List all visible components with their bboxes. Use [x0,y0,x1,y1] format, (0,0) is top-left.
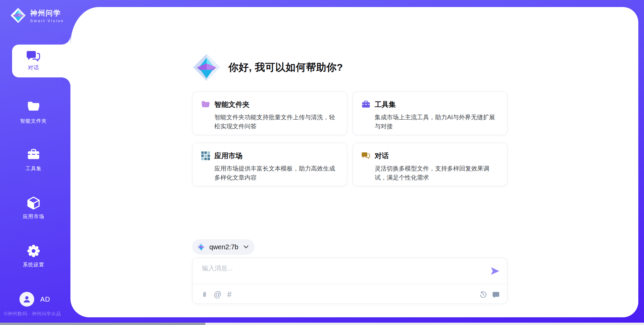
copyright-text: ©神州数码 · 神州问学出品 [4,311,71,317]
card-title: 工具集 [375,100,500,109]
chat-icon [12,50,55,63]
avatar [19,292,34,307]
scrollbar-thumb[interactable] [0,323,205,325]
user-name: AD [40,296,50,303]
card-description: 集成市场上主流工具，助力AI与外界无缝扩展与对接 [375,113,500,131]
card-title: 智能文件夹 [214,100,339,109]
greeting-title: 你好, 我可以如何帮助你? [228,61,343,74]
sidebar-item-smart-folder[interactable]: 智能文件夹 [0,101,67,124]
gem-icon [197,243,206,251]
greeting-gem-icon [192,53,221,82]
sidebar-item-label: 对话 [12,64,55,71]
gear-icon [27,244,40,258]
grid-icon [201,151,210,186]
message-composer: @ # [192,258,507,304]
greeting: 你好, 我可以如何帮助你? [192,53,343,82]
history-button[interactable] [479,291,487,299]
history-icon [479,291,487,299]
model-name: qwen2:7b [209,243,238,251]
card-chat[interactable]: 对话 灵活切换多模型文件，支持多样回复效果调试，满足个性化需求 [353,143,507,186]
toolbox-icon [362,100,370,135]
card-title: 对话 [375,151,500,160]
card-description: 智能文件夹功能支持批量文件上传与清洗，轻松实现文件问答 [214,113,339,131]
sidebar-item-label: 智能文件夹 [0,118,67,124]
sidebar-item-label: 应用市场 [0,213,67,220]
send-icon [490,267,500,275]
send-button[interactable] [490,267,500,275]
sidebar-item-label: 系统设置 [0,262,67,268]
hash-button[interactable]: # [227,291,231,299]
mention-button[interactable]: @ [214,291,221,299]
composer-divider [193,284,507,284]
horizontal-scrollbar [0,323,644,325]
attach-button[interactable] [201,290,208,299]
card-title: 应用市场 [214,151,339,160]
sidebar-item-chat[interactable]: 对话 [12,45,70,77]
attach-icon [201,290,208,299]
toolbox-icon [27,148,40,161]
sidebar-item-label: 工具集 [0,166,67,172]
app-subtitle: Smart Vision [30,19,64,23]
sidebar-item-toolbox[interactable]: 工具集 [0,148,67,172]
sidebar-item-app-market[interactable]: 应用市场 [0,196,67,220]
person-icon [22,295,31,304]
app-brand: 神州问学 Smart Vision [10,7,64,23]
model-selector[interactable]: qwen2:7b [192,239,255,255]
comment-button[interactable] [492,291,500,299]
main-panel: 你好, 我可以如何帮助你? 智能文件夹 智能文件夹功能支持批量文件上传与清洗，轻… [70,7,638,317]
folder-icon [201,100,210,135]
comment-icon [492,291,500,299]
card-smart-folder[interactable]: 智能文件夹 智能文件夹功能支持批量文件上传与清洗，轻松实现文件问答 [192,91,347,135]
card-app-market[interactable]: 应用市场 应用市场提供丰富长文本模板，助力高效生成多样化文章内容 [192,143,347,186]
feature-cards: 智能文件夹 智能文件夹功能支持批量文件上传与清洗，轻松实现文件问答 [192,91,507,186]
mention-icon: @ [214,291,221,299]
brand-gem-icon [10,7,26,23]
hash-icon: # [227,291,231,299]
user-account[interactable]: AD [19,292,50,307]
app-title: 神州问学 [30,8,64,18]
folder-icon [27,101,40,114]
card-toolbox[interactable]: 工具集 集成市场上主流工具，助力AI与外界无缝扩展与对接 [353,91,507,135]
message-input[interactable] [202,264,480,281]
card-description: 灵活切换多模型文件，支持多样回复效果调试，满足个性化需求 [375,164,500,182]
chevron-down-icon [244,245,249,249]
card-description: 应用市场提供丰富长文本模板，助力高效生成多样化文章内容 [214,164,339,182]
chat-icon [362,151,370,186]
sidebar: 神州问学 Smart Vision 对话 智能文件夹 [0,0,70,325]
sidebar-item-settings[interactable]: 系统设置 [0,244,67,268]
cube-icon [27,196,40,209]
